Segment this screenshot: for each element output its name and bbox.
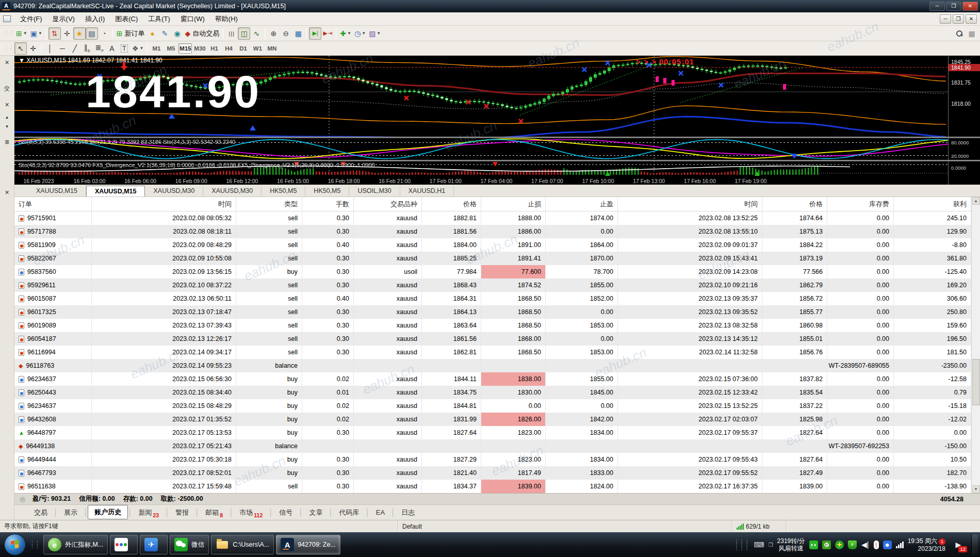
table-row[interactable]: 958220672023.02.09 10:55:08sell0.30xauus… <box>14 252 980 265</box>
horizontal-line-button[interactable]: ─ <box>56 42 69 55</box>
taskbar-button[interactable] <box>110 535 138 554</box>
timeframe-h1[interactable]: H1 <box>207 43 221 54</box>
zoom-out-button[interactable]: ⊖ <box>280 27 292 40</box>
timeframe-w1[interactable]: W1 <box>251 43 264 54</box>
table-row[interactable]: ▲964487972023.02.17 05:13:53buy0.30xauus… <box>14 426 980 439</box>
bar-chart-button[interactable]: ||| <box>225 27 238 40</box>
panel-divider[interactable] <box>14 137 980 138</box>
table-row[interactable]: 962346372023.02.15 06:56:30buy0.02xauusd… <box>14 372 980 386</box>
child-close-button[interactable]: ✕ <box>966 14 977 24</box>
close-button[interactable]: ✕ <box>962 2 978 11</box>
column-header[interactable]: 时间 <box>618 197 762 211</box>
templates-button[interactable]: ▨▼ <box>367 27 382 40</box>
terminal-tab-1[interactable]: 交易 <box>28 506 54 519</box>
table-row[interactable]: 959296112023.02.10 08:37:22sell0.30xauus… <box>14 278 980 292</box>
taskbar-button[interactable]: ✈ <box>140 535 168 554</box>
table-row[interactable]: 957159012023.02.08 08:05:32sell0.30xauus… <box>14 211 980 225</box>
data-window-button[interactable]: ✛ <box>61 27 73 40</box>
table-row[interactable]: 964326082023.02.17 01:35:52buy0.02xauusd… <box>14 413 980 426</box>
menu-item[interactable]: 工具(T) <box>143 13 175 25</box>
scrollbar-up-icon[interactable]: ▲ <box>972 197 980 205</box>
vertical-line-button[interactable]: │ <box>44 42 56 55</box>
minimize-button[interactable]: ─ <box>929 2 945 11</box>
zoom-in-button[interactable]: ⊕ <box>267 27 280 40</box>
chart-tab[interactable]: HK50,M5 <box>262 186 305 196</box>
menu-item[interactable]: 显示(V) <box>47 13 80 25</box>
panel-close-icon-2[interactable]: ✕ <box>2 100 12 109</box>
taskbar-button[interactable]: C:\Users\A... <box>211 535 274 554</box>
tray-network-icon[interactable] <box>896 541 904 548</box>
text-label-button[interactable]: T <box>118 42 130 55</box>
terminal-tab-6[interactable]: 邮箱8 <box>199 506 229 519</box>
timeframe-m30[interactable]: M30 <box>193 43 206 54</box>
collapse-icon[interactable]: ▼ <box>19 57 26 64</box>
table-row[interactable]: 962346372023.02.15 08:48:29buy0.02xauusd… <box>14 399 980 413</box>
fibonacci-button[interactable]: ≣F <box>93 42 106 55</box>
table-row[interactable]: 960150872023.02.13 06:50:11sell0.40xauus… <box>14 292 980 305</box>
candlestick-chart-button[interactable]: ◫ <box>238 27 250 40</box>
column-header[interactable]: 价格 <box>762 197 827 211</box>
terminal-tab-5[interactable]: 警报 <box>169 506 195 519</box>
tray-app-icon[interactable]: ☻ <box>883 540 892 549</box>
menu-item[interactable]: 插入(I) <box>80 13 110 25</box>
table-row[interactable]: 960173252023.02.13 07:18:47sell0.30xauus… <box>14 305 980 319</box>
strategy-tester-button[interactable]: ◔ <box>98 27 110 40</box>
new-order-button[interactable]: ⊞新订单 <box>115 27 146 40</box>
tile-windows-button[interactable]: ▦ <box>292 27 304 40</box>
taskbar-clock[interactable]: 19:35 周六1 2023/2/18 <box>908 537 948 552</box>
column-header[interactable]: 止盈 <box>546 197 618 211</box>
start-button[interactable] <box>4 534 26 555</box>
community-button[interactable]: ◉ <box>171 27 184 40</box>
terminal-tab-3[interactable]: 账户历史 <box>88 505 128 519</box>
tray-shield-icon[interactable]: ⚡ <box>848 540 857 549</box>
quick-launch-handle[interactable]: ⋮⋮⋮⋮ <box>30 540 40 549</box>
column-header[interactable]: 库存费 <box>827 197 894 211</box>
market-watch-button[interactable]: ⇅ <box>48 27 61 40</box>
column-header[interactable]: 手数 <box>302 197 354 211</box>
table-row[interactable]: 961169942023.02.14 09:34:17sell0.30xauus… <box>14 346 980 359</box>
terminal-tab-9[interactable]: 文章 <box>303 506 329 519</box>
terminal-tab-7[interactable]: 市场112 <box>233 506 269 519</box>
column-header[interactable]: 时间 <box>92 197 236 211</box>
panel-divider-2[interactable] <box>14 160 980 161</box>
terminal-tab-11[interactable]: EA <box>370 506 391 518</box>
vertical-scrollbar[interactable]: ▲ ▼ <box>971 197 980 493</box>
statusbar-profile[interactable]: Default <box>398 520 732 532</box>
table-row[interactable]: 962504432023.02.15 08:34:40buy0.01xauusd… <box>14 386 980 399</box>
metaeditor-button[interactable]: ✎ <box>159 27 171 40</box>
chart-shift-button[interactable]: ▶⇥ <box>321 27 334 40</box>
table-row[interactable]: 960190892023.02.13 07:39:43sell0.30xauus… <box>14 319 980 332</box>
indicators-button[interactable]: ✚▼ <box>338 27 353 40</box>
table-row[interactable]: 957177882023.02.08 08:18:11sell0.30xauus… <box>14 225 980 238</box>
chart-tab[interactable]: XAUUSD,M30 <box>145 186 203 196</box>
timeframe-m15[interactable]: M15 <box>178 43 192 54</box>
terminal-tab-4[interactable]: 新闻23 <box>132 506 165 519</box>
chart-tab[interactable]: XAUUSD,H1 <box>400 186 454 196</box>
cursor-tool-button[interactable]: ↖ <box>14 42 27 55</box>
table-row[interactable]: ◆961187632023.02.14 09:55:23balanceWT-28… <box>14 359 980 372</box>
child-restore-button[interactable]: ❐ <box>953 14 964 24</box>
terminal-tab-10[interactable]: 代码库 <box>333 506 366 519</box>
column-header[interactable]: 交易品种 <box>354 197 422 211</box>
new-chart-button[interactable]: ⊞▼ <box>14 27 29 40</box>
column-header[interactable]: 订单 <box>14 197 92 211</box>
timeframe-m5[interactable]: M5 <box>164 43 177 54</box>
column-header[interactable]: 价格 <box>422 197 481 211</box>
tray-temperature-icon[interactable]: | <box>874 540 879 549</box>
terminal-tab-8[interactable]: 信号 <box>273 506 299 519</box>
navigator-button[interactable]: ★ <box>73 27 86 40</box>
scrollbar-track[interactable] <box>972 205 980 485</box>
coin-button[interactable]: ● <box>146 27 159 40</box>
text-tool-button[interactable]: A <box>106 42 118 55</box>
table-row[interactable]: 958375602023.02.09 13:56:15buy0.30usoil7… <box>14 265 980 278</box>
search-button[interactable] <box>953 27 966 40</box>
chart-tab[interactable]: USOIL,M30 <box>349 186 400 196</box>
timeframe-d1[interactable]: D1 <box>236 43 250 54</box>
profiles-button[interactable]: ▣▼ <box>29 27 44 40</box>
chart-tab[interactable]: XAUUSD,M15 <box>86 186 145 196</box>
menu-item[interactable]: 窗口(W) <box>175 13 210 25</box>
table-row[interactable]: 958119092023.02.09 08:48:29sell0.40xauus… <box>14 238 980 252</box>
table-row[interactable]: 965116382023.02.17 15:59:48sell0.30xauus… <box>14 480 980 493</box>
table-row[interactable]: ◆964491382023.02.17 05:21:43balanceWT-28… <box>14 439 980 453</box>
tray-volume-icon[interactable]: ◀| <box>861 540 870 549</box>
